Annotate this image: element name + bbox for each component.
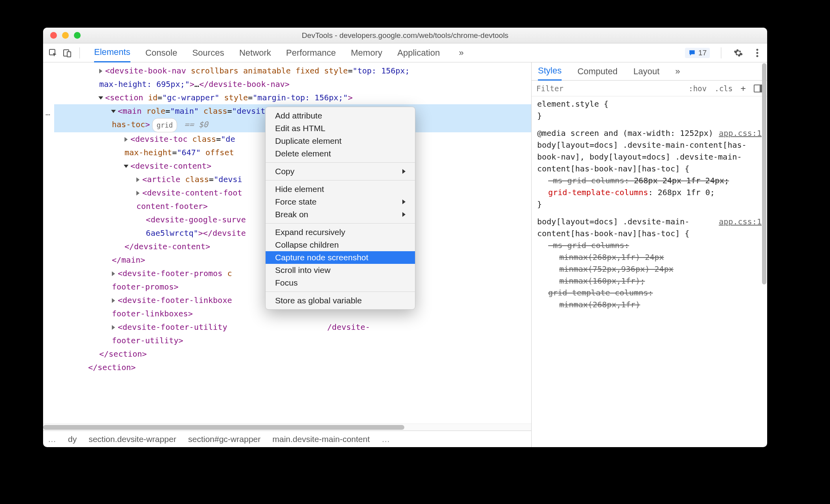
tab-console[interactable]: Console — [145, 43, 177, 62]
window-title: DevTools - developers.google.com/web/too… — [43, 31, 767, 40]
more-menu-icon[interactable] — [751, 47, 763, 59]
tab-overflow[interactable]: » — [455, 43, 468, 62]
tab-elements[interactable]: Elements — [94, 43, 130, 62]
disclosure-icon[interactable] — [99, 69, 102, 73]
menu-force-state[interactable]: Force state — [266, 196, 415, 208]
crumb-item[interactable]: section#gc-wrapper — [188, 434, 260, 444]
gutter-more-icon[interactable]: … — [45, 106, 51, 119]
dom-node[interactable]: </section> — [54, 347, 531, 361]
hov-toggle[interactable]: :hov — [685, 84, 711, 93]
disclosure-icon[interactable] — [112, 298, 115, 303]
menu-separator — [266, 162, 415, 163]
menu-edit-as-html[interactable]: Edit as HTML — [266, 122, 415, 135]
crumb-overflow-right[interactable]: … — [382, 434, 390, 444]
source-link[interactable]: app.css:1 — [719, 216, 762, 228]
source-link[interactable]: app.css:1 — [719, 127, 762, 139]
menu-break-on[interactable]: Break on — [266, 208, 415, 221]
scrollbar-thumb[interactable] — [43, 425, 404, 430]
vertical-scrollbar[interactable] — [762, 63, 766, 284]
menu-delete-element[interactable]: Delete element — [266, 147, 415, 160]
zoom-button[interactable] — [74, 32, 81, 39]
cls-toggle[interactable]: .cls — [711, 84, 737, 93]
tab-sources[interactable]: Sources — [192, 43, 224, 62]
toolbar-right: 17 — [685, 47, 763, 59]
style-rule[interactable]: app.css:1 body[layout=docs] .devsite-mai… — [537, 216, 762, 310]
menu-capture-node-screenshot[interactable]: Capture node screenshot — [266, 251, 415, 264]
menu-store-global[interactable]: Store as global variable — [266, 294, 415, 307]
style-declaration-cont[interactable]: minmax(268px,1fr) — [537, 299, 762, 310]
disclosure-icon[interactable] — [136, 177, 140, 182]
styles-filter-row: :hov .cls + — [532, 81, 767, 96]
device-toggle-icon[interactable] — [61, 47, 73, 59]
menu-separator — [266, 223, 415, 224]
close-button[interactable] — [50, 32, 57, 39]
crumb-item[interactable]: dy — [68, 434, 77, 444]
disclosure-icon[interactable] — [112, 325, 115, 330]
menu-hide-element[interactable]: Hide element — [266, 183, 415, 196]
styles-pane: Styles Computed Layout » :hov .cls + ele… — [532, 62, 767, 447]
rule-selector: body[layout=docs] .devsite-main-content[… — [537, 139, 762, 175]
styles-filter-input[interactable] — [532, 84, 685, 93]
dom-node-cont[interactable]: footer-utility> — [54, 334, 531, 347]
context-menu: Add attribute Edit as HTML Duplicate ele… — [265, 107, 415, 310]
style-declaration[interactable]: grid-template-columns: — [537, 287, 762, 299]
menu-copy[interactable]: Copy — [266, 165, 415, 178]
tab-application[interactable]: Application — [397, 43, 440, 62]
dom-node-cont[interactable]: max-height: 695px;">…</devsite-book-nav> — [54, 77, 531, 91]
crumb-overflow-left[interactable]: … — [48, 434, 56, 444]
tab-network[interactable]: Network — [239, 43, 271, 62]
disclosure-icon[interactable] — [124, 165, 128, 168]
style-declaration-cont[interactable]: minmax(160px,1fr); — [537, 275, 762, 287]
menu-add-attribute[interactable]: Add attribute — [266, 109, 415, 122]
style-declaration-cont[interactable]: minmax(268px,1fr) 24px — [537, 251, 762, 263]
issues-badge[interactable]: 17 — [685, 48, 710, 58]
grid-badge[interactable]: grid — [152, 118, 177, 132]
horizontal-scrollbar[interactable] — [43, 423, 531, 431]
menu-separator — [266, 180, 415, 181]
menu-collapse-children[interactable]: Collapse children — [266, 239, 415, 251]
styles-rules[interactable]: element.style { } app.css:1 @media scree… — [532, 96, 767, 447]
computed-tab[interactable]: Computed — [577, 66, 618, 77]
new-rule-button[interactable]: + — [737, 83, 750, 93]
svg-point-4 — [756, 52, 758, 54]
disclosure-icon[interactable] — [111, 110, 116, 113]
settings-icon[interactable] — [732, 47, 744, 59]
menu-focus[interactable]: Focus — [266, 276, 415, 289]
titlebar: DevTools - developers.google.com/web/too… — [43, 28, 767, 43]
disclosure-icon[interactable] — [112, 271, 115, 276]
main-toolbar: Elements Console Sources Network Perform… — [43, 43, 767, 62]
breadcrumb: … dy section.devsite-wrapper section#gc-… — [43, 431, 531, 447]
style-rule[interactable]: element.style { } — [537, 98, 762, 122]
dom-node[interactable]: <devsite-book-nav scrollbars animatable … — [54, 64, 531, 77]
style-declaration[interactable]: grid-template-columns: 268px 1fr 0; — [537, 186, 762, 198]
styles-tabs: Styles Computed Layout » — [532, 62, 767, 81]
dom-node[interactable]: <devsite-footer-utility vvvvvvvvvvvvvvvv… — [54, 320, 531, 334]
dom-node[interactable]: <section id="gc-wrapper" style="margin-t… — [54, 91, 531, 104]
toolbar-separator — [721, 47, 721, 58]
disclosure-icon[interactable] — [136, 191, 140, 196]
svg-point-3 — [756, 49, 758, 51]
disclosure-icon[interactable] — [98, 96, 103, 100]
inspect-icon[interactable] — [47, 47, 59, 59]
styles-tab[interactable]: Styles — [538, 62, 562, 81]
styles-overflow[interactable]: » — [675, 66, 680, 77]
crumb-item[interactable]: main.devsite-main-content — [272, 434, 370, 444]
issues-count: 17 — [698, 49, 707, 57]
svg-rect-2 — [67, 52, 71, 57]
dom-node[interactable]: </section> — [54, 361, 531, 374]
style-declaration-cont[interactable]: minmax(752px,936px) 24px — [537, 263, 762, 275]
style-rule[interactable]: app.css:1 @media screen and (max-width: … — [537, 127, 762, 210]
menu-expand-recursively[interactable]: Expand recursively — [266, 226, 415, 239]
style-declaration[interactable]: -ms-grid-columns: 268px 24px 1fr 24px; — [537, 175, 762, 186]
menu-scroll-into-view[interactable]: Scroll into view — [266, 264, 415, 276]
message-icon — [688, 49, 696, 57]
disclosure-icon[interactable] — [124, 137, 128, 142]
style-declaration[interactable]: -ms-grid-columns: — [537, 239, 762, 251]
layout-tab[interactable]: Layout — [633, 66, 659, 77]
crumb-item[interactable]: section.devsite-wrapper — [89, 434, 176, 444]
tab-performance[interactable]: Performance — [286, 43, 336, 62]
menu-duplicate-element[interactable]: Duplicate element — [266, 135, 415, 147]
tab-memory[interactable]: Memory — [351, 43, 382, 62]
menu-separator — [266, 291, 415, 292]
minimize-button[interactable] — [62, 32, 69, 39]
